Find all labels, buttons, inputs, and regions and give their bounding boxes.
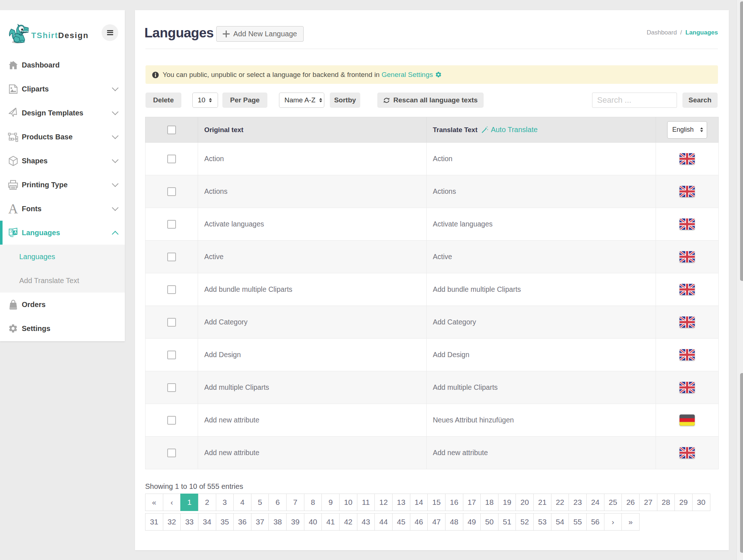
svg-text:A: A	[14, 230, 17, 234]
svg-text:文: 文	[10, 229, 13, 233]
